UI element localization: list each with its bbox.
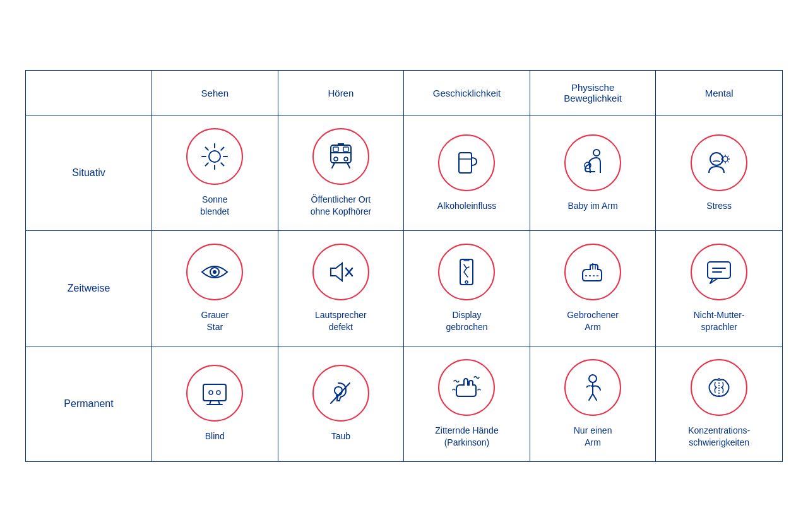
- icon-circle-sun: [186, 128, 243, 185]
- icon-circle-one-arm: [564, 359, 621, 416]
- col-header-geschick: Geschicklichkeit: [404, 71, 530, 115]
- cell-permanent-geschick: Zitternde Hände (Parkinson): [404, 346, 530, 461]
- icon-circle-baby: [564, 134, 621, 191]
- svg-line-61: [589, 394, 593, 400]
- svg-line-42: [466, 267, 469, 268]
- svg-point-59: [589, 375, 597, 382]
- stress-icon: [703, 146, 735, 179]
- svg-line-32: [728, 156, 728, 157]
- label-muttersprachler: Nicht-Mutter- sprachler: [694, 309, 745, 333]
- speech-icon: [703, 256, 735, 288]
- row-label-zeitweise: Zeitweise: [26, 231, 152, 346]
- blind-icon: [198, 377, 231, 410]
- cell-situativ-physisch: Baby im Arm: [530, 115, 656, 231]
- label-one-arm: Nur einen Arm: [574, 425, 612, 449]
- svg-point-25: [723, 157, 728, 162]
- broken-arm-icon: [576, 256, 609, 288]
- svg-point-56: [217, 391, 220, 394]
- svg-marker-36: [331, 263, 342, 281]
- cell-zeitweise-horen: Lautsprecher defekt: [278, 231, 405, 346]
- cell-permanent-mental: Konzentrations- schwierigkeiten: [656, 346, 782, 461]
- icon-circle-broken-arm: [564, 244, 621, 300]
- col-label-mental: Mental: [705, 88, 734, 98]
- brain-icon: [703, 371, 735, 404]
- label-taub: Taub: [331, 430, 350, 442]
- label-alkohol: Alkoholeinfluss: [437, 200, 496, 212]
- label-parkinson: Zitternde Hände (Parkinson): [435, 425, 498, 449]
- svg-rect-51: [203, 384, 226, 401]
- muted-icon: [324, 256, 357, 288]
- one-arm-icon: [576, 371, 609, 404]
- label-tram: Öffentlicher Ort ohne Kopfhörer: [311, 194, 372, 218]
- svg-rect-20: [459, 153, 472, 173]
- svg-point-12: [344, 157, 348, 161]
- label-gebrochener-arm: Gebrochener Arm: [567, 309, 619, 333]
- svg-line-5: [206, 148, 208, 150]
- matrix-grid: Sehen Hören Geschicklichkeit Physische B…: [26, 71, 782, 461]
- row-label-text-permanent: Permanent: [64, 398, 113, 410]
- row-label-text-situativ: Situativ: [72, 167, 105, 179]
- icon-circle-broken-phone: [438, 244, 495, 300]
- label-stress: Stress: [706, 200, 732, 212]
- deaf-icon: [324, 377, 357, 410]
- label-display: Display gebrochen: [446, 309, 487, 333]
- cell-permanent-physisch: Nur einen Arm: [530, 346, 656, 461]
- svg-point-22: [593, 150, 600, 156]
- icon-circle-eye: [186, 244, 243, 300]
- cell-permanent-sehen: Blind: [152, 346, 278, 461]
- svg-point-0: [209, 151, 220, 162]
- col-header-mental: Mental: [656, 71, 782, 115]
- row-label-text-zeitweise: Zeitweise: [68, 283, 110, 294]
- cell-permanent-horen: Taub: [278, 346, 405, 461]
- corner-cell: [26, 71, 152, 115]
- svg-rect-19: [343, 147, 348, 151]
- svg-line-31: [728, 161, 728, 162]
- svg-point-40: [465, 281, 468, 283]
- svg-point-55: [209, 391, 213, 394]
- icon-circle-tram: [312, 128, 369, 185]
- cell-situativ-mental: Stress: [656, 115, 782, 231]
- icon-circle-blind: [186, 365, 243, 422]
- eye-icon: [198, 256, 231, 288]
- cell-situativ-sehen: Sonne blendet: [152, 115, 278, 231]
- cell-situativ-horen: Öffentlicher Ort ohne Kopfhörer: [278, 115, 405, 231]
- svg-line-14: [347, 163, 350, 168]
- col-label-geschick: Geschicklichkeit: [433, 88, 501, 98]
- col-label-horen: Hören: [328, 88, 354, 98]
- label-konzentration: Konzentrations- schwierigkeiten: [688, 425, 750, 449]
- svg-line-7: [222, 148, 224, 150]
- icon-circle-speech: [691, 244, 747, 300]
- svg-line-13: [332, 163, 335, 168]
- icon-circle-deaf: [312, 365, 369, 422]
- svg-line-8: [206, 163, 208, 166]
- icon-circle-stress: [691, 134, 747, 191]
- icon-circle-tremor: [438, 359, 495, 416]
- svg-rect-18: [333, 147, 338, 151]
- svg-point-11: [334, 157, 338, 161]
- cell-zeitweise-sehen: Grauer Star: [152, 231, 278, 346]
- beer-icon: [450, 146, 483, 179]
- accessibility-matrix: Sehen Hören Geschicklichkeit Physische B…: [25, 70, 783, 461]
- svg-line-62: [593, 394, 597, 400]
- row-label-situativ: Situativ: [26, 115, 152, 231]
- icon-circle-beer: [438, 134, 495, 191]
- col-label-sehen: Sehen: [201, 88, 229, 98]
- broken-phone-icon: [450, 256, 483, 288]
- label-grauer-star: Grauer Star: [201, 309, 229, 333]
- label-lautsprecher: Lautsprecher defekt: [315, 309, 367, 333]
- col-header-physisch: Physische Beweglichkeit: [530, 71, 656, 115]
- cell-zeitweise-mental: Nicht-Mutter- sprachler: [656, 231, 782, 346]
- svg-line-33: [722, 161, 723, 162]
- cell-zeitweise-geschick: Display gebrochen: [404, 231, 530, 346]
- col-header-sehen: Sehen: [152, 71, 278, 115]
- col-header-horen: Hören: [278, 71, 405, 115]
- icon-circle-brain: [691, 359, 747, 416]
- label-baby: Baby im Arm: [567, 200, 617, 212]
- svg-point-35: [213, 270, 217, 274]
- cell-situativ-geschick: Alkoholeinfluss: [404, 115, 530, 231]
- sun-icon: [198, 140, 231, 173]
- cell-zeitweise-physisch: Gebrochener Arm: [530, 231, 656, 346]
- svg-line-6: [222, 163, 224, 166]
- tremor-icon: [450, 371, 483, 404]
- tram-icon: [324, 140, 357, 173]
